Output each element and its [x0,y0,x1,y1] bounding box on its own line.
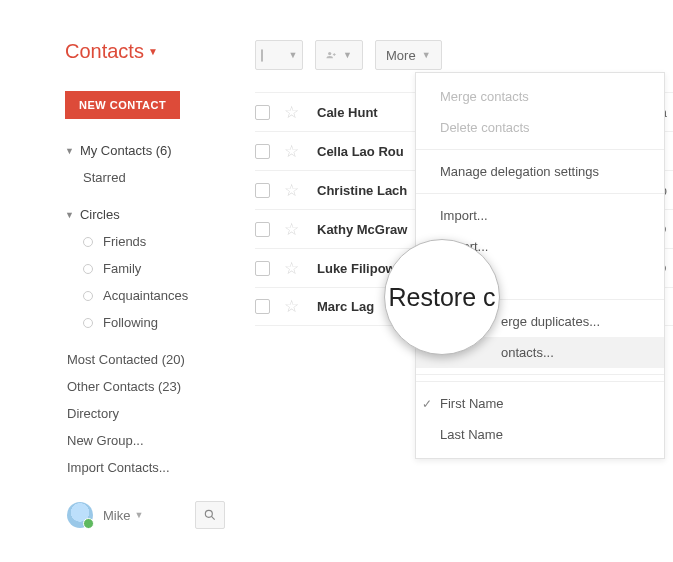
star-icon[interactable]: ☆ [284,219,299,240]
star-icon[interactable]: ☆ [284,258,299,279]
menu-item-manage-delegation[interactable]: Manage delegation settings [416,156,664,187]
check-icon: ✓ [422,397,432,411]
toolbar: ▼ ▼ More ▼ [235,40,673,70]
separator [416,193,664,194]
menu-item-merge-contacts: Merge contacts [416,81,664,112]
checkbox-icon [261,49,263,62]
row-checkbox[interactable] [255,144,270,159]
sidebar-item-my-contacts[interactable]: ▼ My Contacts (6) [65,137,225,164]
sidebar-item-family[interactable]: Family [65,255,225,282]
sidebar: Contacts ▼ NEW CONTACT ▼ My Contacts (6)… [0,40,235,529]
caret-down-icon: ▼ [65,210,74,220]
sidebar-item-most-contacted[interactable]: Most Contacted (20) [65,346,225,373]
magnifier-highlight: Restore c [384,239,500,355]
caret-down-icon: ▼ [65,146,74,156]
star-icon[interactable]: ☆ [284,141,299,162]
page-title: Contacts [65,40,144,63]
sidebar-item-circles[interactable]: ▼ Circles [65,201,225,228]
contacts-title-dropdown[interactable]: Contacts ▼ [65,40,225,63]
sidebar-item-directory[interactable]: Directory [65,400,225,427]
menu-item-delete-contacts: Delete contacts [416,112,664,143]
caret-down-icon: ▼ [134,510,143,520]
menu-item-sort-last-name[interactable]: Last Name [416,419,664,450]
caret-down-icon: ▼ [422,50,431,60]
caret-down-icon: ▼ [343,50,352,60]
select-all-dropdown[interactable]: ▼ [255,40,303,70]
sidebar-item-new-group[interactable]: New Group... [65,427,225,454]
row-checkbox[interactable] [255,299,270,314]
sidebar-item-other-contacts[interactable]: Other Contacts (23) [65,373,225,400]
user-switcher[interactable]: Mike ▼ [67,501,225,529]
svg-point-2 [328,52,331,55]
new-contact-button[interactable]: NEW CONTACT [65,91,180,119]
row-checkbox[interactable] [255,222,270,237]
star-icon[interactable]: ☆ [284,102,299,123]
star-icon[interactable]: ☆ [284,296,299,317]
circle-icon [83,264,93,274]
search-icon [203,508,217,522]
add-to-group-button[interactable]: ▼ [315,40,363,70]
circle-icon [83,291,93,301]
caret-down-icon: ▼ [148,46,158,57]
separator [416,149,664,150]
separator [416,381,664,382]
avatar [67,502,93,528]
row-checkbox[interactable] [255,105,270,120]
svg-line-1 [211,516,214,519]
magnifier-text: Restore c [389,283,496,312]
row-checkbox[interactable] [255,261,270,276]
sidebar-item-acquaintances[interactable]: Acquaintances [65,282,225,309]
separator [416,374,664,375]
svg-point-0 [205,510,212,517]
caret-down-icon: ▼ [289,50,298,60]
row-checkbox[interactable] [255,183,270,198]
menu-item-sort-first-name[interactable]: ✓ First Name [416,388,664,419]
star-icon[interactable]: ☆ [284,180,299,201]
sidebar-item-friends[interactable]: Friends [65,228,225,255]
user-name: Mike [103,508,130,523]
person-plus-icon [326,48,337,62]
search-button[interactable] [195,501,225,529]
circle-icon [83,237,93,247]
sidebar-item-starred[interactable]: Starred [65,164,225,191]
sidebar-item-import-contacts[interactable]: Import Contacts... [65,454,225,481]
more-dropdown-button[interactable]: More ▼ [375,40,442,70]
sidebar-item-following[interactable]: Following [65,309,225,336]
menu-item-import[interactable]: Import... [416,200,664,231]
circle-icon [83,318,93,328]
